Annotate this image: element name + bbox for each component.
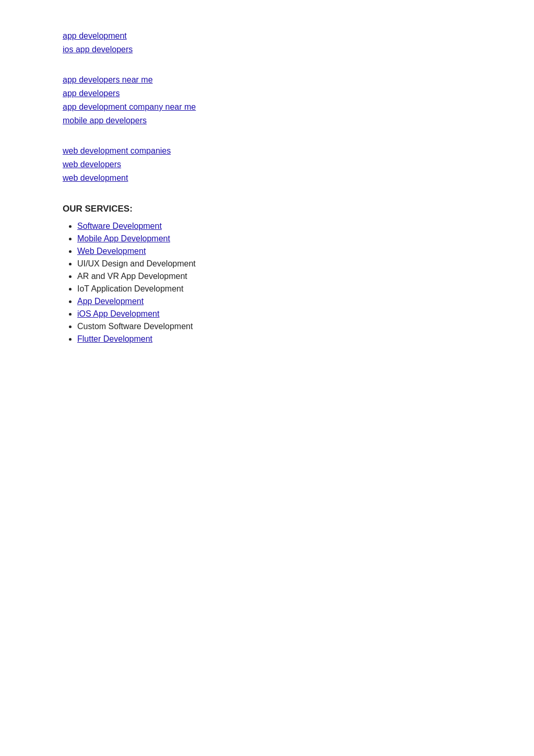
- list-item: App Development: [77, 297, 471, 306]
- link-web-development-service[interactable]: Web Development: [77, 247, 146, 255]
- services-section: OUR SERVICES: Software Development Mobil…: [63, 204, 471, 344]
- list-item: Software Development: [77, 222, 471, 231]
- services-heading: OUR SERVICES:: [63, 204, 471, 214]
- link-web-development[interactable]: web development: [63, 173, 471, 183]
- list-item: iOS App Development: [77, 309, 471, 319]
- link-mobile-app-development[interactable]: Mobile App Development: [77, 234, 170, 243]
- main-content: app development ios app developers app d…: [63, 31, 471, 344]
- link-app-development[interactable]: app development: [63, 31, 471, 41]
- list-item: AR and VR App Development: [77, 272, 471, 281]
- link-web-developers[interactable]: web developers: [63, 160, 471, 169]
- link-mobile-app-developers[interactable]: mobile app developers: [63, 116, 471, 125]
- list-item: Flutter Development: [77, 334, 471, 344]
- list-item: IoT Application Development: [77, 284, 471, 294]
- text-uiux: UI/UX Design and Development: [77, 259, 196, 268]
- link-group-2: app developers near me app developers ap…: [63, 75, 471, 125]
- link-ios-app-development-service[interactable]: iOS App Development: [77, 309, 159, 318]
- list-item: UI/UX Design and Development: [77, 259, 471, 269]
- link-group-3: web development companies web developers…: [63, 146, 471, 183]
- text-iot: IoT Application Development: [77, 284, 183, 293]
- link-app-development-company-near-me[interactable]: app development company near me: [63, 102, 471, 112]
- text-custom-software: Custom Software Development: [77, 322, 193, 331]
- link-app-developers-near-me[interactable]: app developers near me: [63, 75, 471, 85]
- link-software-development[interactable]: Software Development: [77, 222, 162, 230]
- text-arvr: AR and VR App Development: [77, 272, 187, 281]
- link-flutter-development[interactable]: Flutter Development: [77, 334, 152, 343]
- list-item: Web Development: [77, 247, 471, 256]
- list-item: Mobile App Development: [77, 234, 471, 243]
- link-web-development-companies[interactable]: web development companies: [63, 146, 471, 156]
- link-app-development-service[interactable]: App Development: [77, 297, 144, 306]
- link-group-1: app development ios app developers: [63, 31, 471, 54]
- link-app-developers[interactable]: app developers: [63, 89, 471, 98]
- list-item: Custom Software Development: [77, 322, 471, 331]
- services-list: Software Development Mobile App Developm…: [63, 222, 471, 344]
- link-ios-app-developers[interactable]: ios app developers: [63, 45, 471, 54]
